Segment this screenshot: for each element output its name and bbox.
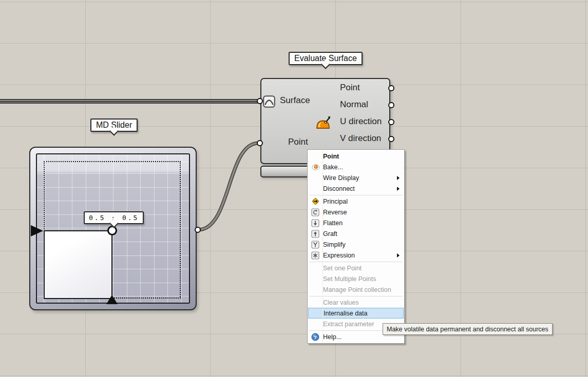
submenu-arrow-icon: [397, 187, 404, 191]
output-label-v-direction: V direction: [340, 133, 381, 144]
menu-item-label: Clear values: [323, 299, 397, 306]
md-slider-y-marker[interactable]: [31, 225, 43, 236]
point-output-jack[interactable]: [388, 85, 394, 91]
menu-item-label: Simplify: [323, 241, 397, 248]
svg-text:?: ?: [314, 334, 317, 340]
menu-item-label: Set one Point: [323, 265, 397, 272]
menu-item-label: Internalise data: [324, 310, 396, 317]
reverse-icon: [308, 208, 323, 216]
context-menu: PointBake...Wire DisplayDisconnectPrinci…: [307, 149, 405, 344]
output-label-normal: Normal: [340, 100, 368, 110]
submenu-arrow-icon: [397, 176, 404, 180]
menu-gutter-divider: [323, 150, 323, 343]
v-direction-output-jack[interactable]: [388, 136, 394, 142]
bake-icon: [308, 163, 323, 171]
flatten-icon: [308, 219, 323, 227]
menu-item-label: Disconnect: [323, 185, 397, 192]
expression-icon: [308, 251, 323, 260]
md-slider-x-marker[interactable]: [106, 295, 118, 304]
menu-item-label: Manage Point collection: [323, 286, 397, 293]
md-slider-title-callout: MD Slider: [90, 118, 138, 132]
normal-output-jack[interactable]: [388, 102, 394, 108]
surface-input-jack[interactable]: [257, 98, 263, 104]
evaluate-surface-icon: [315, 115, 332, 131]
u-direction-output-jack[interactable]: [388, 119, 394, 125]
menu-item-label: Wire Display: [323, 174, 397, 182]
point-input-jack[interactable]: [257, 140, 263, 146]
surface-wire-double[interactable]: [0, 99, 258, 104]
slider-to-point-wire[interactable]: [198, 143, 258, 230]
menu-item-label: Set Multiple Points: [323, 275, 397, 283]
md-slider-value-callout: 0.5 ; 0.5: [84, 211, 144, 224]
md-slider-handle[interactable]: [107, 226, 117, 235]
input-label-surface: Surface: [280, 95, 310, 106]
menu-item-label: Reverse: [323, 209, 397, 216]
graft-icon: [308, 230, 323, 238]
menu-item-label: Point: [323, 153, 397, 160]
slider-to-point-wire-core: [198, 143, 258, 230]
grasshopper-canvas[interactable]: 0.5 ; 0.5 MD Slider Evaluate Surface Sur…: [0, 0, 588, 377]
menu-item-label: Expression: [323, 252, 397, 259]
principal-icon: [308, 197, 323, 206]
help-icon: ?: [308, 333, 323, 341]
output-label-point: Point: [340, 83, 360, 93]
tooltip-text: Make volatile data permanent and disconn…: [387, 326, 548, 333]
md-slider-output-jack[interactable]: [195, 227, 201, 233]
output-label-u-direction: U direction: [340, 116, 382, 127]
menu-item-label: Principal: [323, 198, 397, 205]
input-label-point: Point: [288, 137, 308, 147]
menu-item-label: Graft: [323, 230, 397, 237]
md-slider-selected-region[interactable]: [44, 230, 112, 299]
menu-item-label: Bake...: [323, 164, 397, 171]
tooltip: Make volatile data permanent and disconn…: [383, 323, 553, 335]
evaluate-surface-title-callout: Evaluate Surface: [289, 52, 363, 65]
menu-item-label: Flatten: [323, 220, 397, 227]
simplify-icon: [308, 241, 323, 249]
surface-param-icon[interactable]: [263, 95, 275, 108]
submenu-arrow-icon: [397, 253, 404, 257]
